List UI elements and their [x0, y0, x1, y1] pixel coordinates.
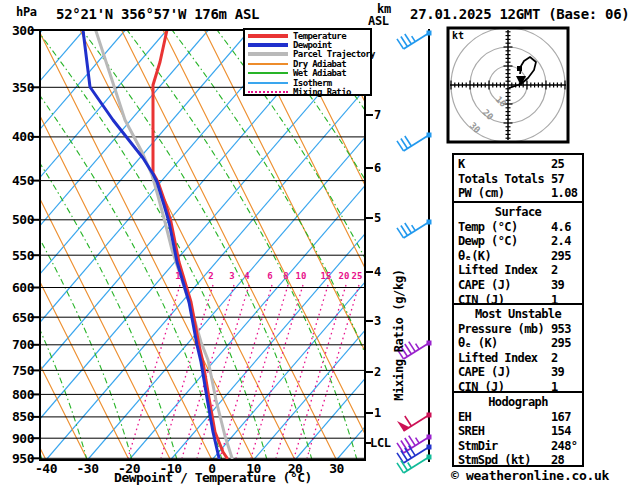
- table-row: θₑ (K)295: [454, 336, 582, 351]
- indices-table-section: Most UnstablePressure (mb)953θₑ (K)295Li…: [452, 303, 584, 393]
- dry-adiabat-line: [39, 30, 254, 460]
- table-row-value: 2: [551, 351, 558, 366]
- hodograph-storm-dot: [517, 66, 522, 71]
- km-axis-label: 1: [374, 406, 381, 420]
- station-title: 52°21'N 356°57'W 176m ASL: [56, 6, 259, 22]
- pressure-axis-label: 850: [4, 409, 34, 424]
- table-row-value: 39: [551, 365, 564, 380]
- table-row: Totals Totals57: [454, 172, 582, 187]
- pressure-axis-label: 400: [4, 129, 34, 144]
- table-row-value: 154: [551, 424, 571, 439]
- mixing-ratio-line: [220, 285, 272, 458]
- km-axis-label: 6: [374, 161, 381, 175]
- table-row: CAPE (J)39: [454, 365, 582, 380]
- pressure-axis-label: 350: [4, 80, 34, 95]
- legend-line-sample: [248, 34, 288, 38]
- table-row: θₑ(K)295: [454, 249, 582, 264]
- table-row-label: Lifted Index: [458, 351, 538, 365]
- table-row-value: 1.08: [551, 186, 578, 201]
- pressure-axis-label: 500: [4, 212, 34, 227]
- table-row-value: 57: [551, 172, 564, 187]
- barb-level-dot: [427, 455, 432, 460]
- mixing-ratio-line: [128, 285, 180, 458]
- temp-axis-label: -10: [160, 461, 182, 476]
- pressure-axis-label: 300: [4, 23, 34, 38]
- table-row-value: 295: [551, 336, 571, 351]
- wind-barb: [397, 455, 432, 473]
- table-row-label: CAPE (J): [458, 278, 511, 292]
- temp-axis-label: -30: [77, 461, 99, 476]
- km-axis-ticks: [365, 115, 373, 443]
- km-axis-label: 7: [374, 108, 381, 122]
- table-row-value: 28: [551, 453, 564, 468]
- table-row-value: 2.4: [551, 234, 571, 249]
- temp-axis-label: -40: [35, 461, 57, 476]
- lcl-label: LCL: [370, 436, 391, 450]
- table-row: EH167: [454, 410, 582, 425]
- indices-table-section: HodographEH167SREH154StmDir248°StmSpd (k…: [452, 391, 584, 467]
- temp-axis-label: 0: [208, 461, 215, 476]
- mixing-ratio-value-label: 1: [175, 271, 180, 281]
- table-row-value: 39: [551, 278, 564, 293]
- table-row: Pressure (mb)953: [454, 322, 582, 337]
- pressure-axis-label: 950: [4, 451, 34, 466]
- table-row: K25: [454, 157, 582, 172]
- table-row: CAPE (J)39: [454, 278, 582, 293]
- table-row-label: SREH: [458, 424, 485, 438]
- mixing-ratio-axis-title: Mixing Ratio (g/kg): [392, 269, 406, 401]
- hodograph-unit-label: kt: [452, 30, 464, 41]
- table-row-value: 4.6: [551, 220, 571, 235]
- pressure-axis-label: 700: [4, 337, 34, 352]
- temp-axis-label: 30: [329, 461, 344, 476]
- hodograph-panel: 102030: [448, 28, 568, 142]
- km-axis-label: 4: [374, 265, 381, 279]
- wind-barb: [397, 445, 432, 463]
- sounding-profiles: [83, 28, 232, 458]
- table-row-value: 248°: [551, 439, 578, 454]
- barb-level-dot: [427, 31, 432, 36]
- legend-line-sample: [248, 82, 288, 84]
- temp-axis-label: -20: [118, 461, 140, 476]
- legend-item-label: Mixing Ratio: [293, 87, 351, 97]
- table-row: PW (cm)1.08: [454, 186, 582, 201]
- temp-axis-label: 20: [288, 461, 303, 476]
- table-section-header: Hodograph: [454, 395, 582, 410]
- indices-table-section: SurfaceTemp (°C)4.6Dewp (°C)2.4θₑ(K)295L…: [452, 201, 584, 305]
- table-row-label: Lifted Index: [458, 263, 538, 277]
- mixing-ratio-value-label: 15: [321, 271, 332, 281]
- table-row: Dewp (°C)2.4: [454, 234, 582, 249]
- km-axis-label: 5: [374, 211, 381, 225]
- barb-level-dot: [427, 445, 432, 450]
- mixing-ratio-value-label: 6: [267, 271, 272, 281]
- pressure-unit-label: hPa: [16, 5, 37, 19]
- barb-level-dot: [427, 413, 432, 418]
- mixing-ratio-value-label: 2: [208, 271, 213, 281]
- table-row-value: 167: [551, 410, 571, 425]
- skewt-sounding-screenshot: 102030 hPa 52°21'N 356°57'W 176m ASL km …: [0, 0, 629, 486]
- table-row-label: StmDir: [458, 439, 498, 453]
- pressure-axis-label: 650: [4, 310, 34, 325]
- table-row-label: Dewp (°C): [458, 234, 518, 248]
- isotherm-line: [0, 30, 1, 460]
- table-row: Lifted Index2: [454, 263, 582, 278]
- temp-axis-label: 10: [246, 461, 261, 476]
- table-row-label: CAPE (J): [458, 365, 511, 379]
- pressure-axis-label: 550: [4, 248, 34, 263]
- table-row-label: StmSpd (kt): [458, 453, 531, 467]
- legend-item: Wet Adiabat: [248, 69, 370, 78]
- legend-line-sample: [248, 72, 288, 74]
- legend-item: Mixing Ratio: [248, 87, 370, 96]
- datetime-title: 27.01.2025 12GMT (Base: 06): [410, 6, 629, 22]
- pressure-axis-label: 450: [4, 173, 34, 188]
- mixing-ratio-line: [307, 285, 359, 458]
- mixing-ratio-value-label: 10: [296, 271, 307, 281]
- wind-barb: [397, 220, 432, 238]
- wind-barb: [397, 413, 432, 431]
- legend-line-sample: [248, 91, 288, 93]
- hodograph-ring-label: 30: [468, 120, 483, 135]
- parcel-trajectory-curve: [95, 28, 232, 458]
- km-axis-label: 2: [374, 365, 381, 379]
- wind-barb-column: [397, 29, 432, 473]
- mixing-ratio-value-label: 8: [283, 271, 288, 281]
- table-row-label: Temp (°C): [458, 220, 518, 234]
